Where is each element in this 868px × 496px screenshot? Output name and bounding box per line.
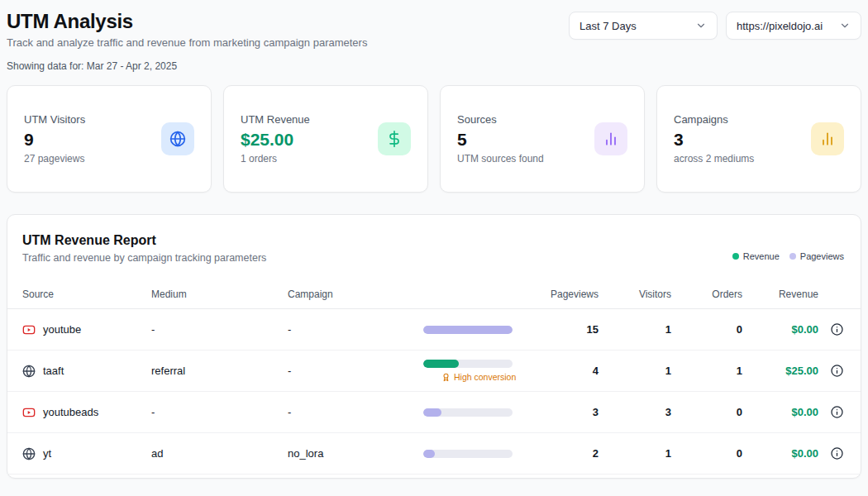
report-header: UTM Revenue Report Traffic and revenue b… [7, 215, 861, 275]
page-subtitle: Track and analyze traffic and revenue fr… [7, 36, 367, 49]
campaign-value: - [288, 365, 423, 377]
stat-sub: across 2 mediums [674, 153, 754, 165]
column-header: Revenue [742, 289, 818, 300]
stats-row: UTM Visitors 9 27 pageviews UTM Revenue … [7, 85, 861, 193]
info-icon[interactable] [830, 364, 844, 378]
globe-small-icon [22, 447, 36, 460]
pageviews-value: 3 [524, 406, 599, 418]
source-name: taaft [43, 365, 64, 377]
column-header: Source [22, 289, 151, 300]
report-subtitle: Traffic and revenue by campaign tracking… [22, 252, 266, 264]
badge-label: High conversion [454, 372, 516, 382]
pageviews-bar [423, 450, 513, 458]
stat-value: 5 [457, 130, 544, 150]
source-cell: youtubeads [22, 406, 151, 419]
legend-dot-icon [789, 253, 796, 260]
source-name: yt [43, 447, 51, 460]
pageviews-value: 4 [524, 365, 599, 377]
report-title: UTM Revenue Report [22, 233, 266, 248]
medium-value: ad [151, 447, 288, 460]
table-row: taaftreferral-High conversion411$25.00 [7, 351, 861, 392]
revenue-value: $25.00 [742, 365, 818, 377]
date-range-value: Last 7 Days [579, 20, 637, 32]
info-cell [818, 405, 844, 419]
high-conversion-badge: High conversion [441, 372, 513, 382]
bar-cell: High conversion [423, 360, 524, 382]
pageviews-bar [423, 326, 513, 334]
column-header: Visitors [599, 289, 671, 300]
bar-cell [423, 326, 524, 334]
visitors-value: 1 [599, 323, 671, 336]
stat-label: UTM Visitors [24, 113, 85, 126]
table-row: youtubeads--330$0.00 [7, 392, 861, 433]
source-cell: taaft [22, 365, 151, 378]
revenue-value: $0.00 [742, 406, 818, 418]
pageviews-bar [423, 408, 513, 417]
award-icon [441, 373, 451, 382]
stat-value: 3 [674, 130, 754, 150]
visitors-value: 3 [599, 406, 671, 418]
column-header: Campaign [288, 289, 423, 300]
dollar-icon [378, 122, 411, 155]
column-header: Pageviews [524, 289, 599, 300]
revenue-value: $0.00 [742, 447, 818, 460]
table-body: youtube--1510$0.00taaftreferral-High con… [7, 309, 861, 475]
medium-value: - [151, 406, 288, 418]
stat-sub: 27 pageviews [24, 153, 85, 165]
youtube-icon [22, 323, 36, 336]
page-title: UTM Analysis [7, 10, 367, 33]
legend-dot-icon [732, 253, 739, 260]
source-name: youtubeads [43, 406, 98, 418]
header-controls: Last 7 Days https://pixeldojo.ai [569, 10, 861, 40]
report-heading-group: UTM Revenue Report Traffic and revenue b… [22, 233, 266, 264]
stat-sub: 1 orders [241, 153, 310, 165]
orders-value: 0 [671, 323, 742, 336]
stat-card: UTM Revenue $25.00 1 orders [223, 85, 428, 193]
stat-label: UTM Revenue [241, 113, 310, 126]
info-icon[interactable] [830, 446, 844, 460]
visitors-value: 1 [599, 365, 671, 377]
youtube-icon [22, 406, 36, 419]
info-icon[interactable] [830, 322, 844, 336]
stat-label: Campaigns [674, 113, 754, 126]
campaign-value: - [288, 323, 423, 336]
stat-label: Sources [457, 113, 544, 126]
chart-icon [594, 122, 627, 155]
site-select[interactable]: https://pixeldojo.ai [726, 12, 861, 40]
info-cell [818, 446, 844, 460]
orders-value: 0 [671, 447, 742, 460]
source-name: youtube [43, 323, 81, 336]
utm-revenue-report-panel: UTM Revenue Report Traffic and revenue b… [7, 214, 861, 479]
source-cell: yt [22, 447, 151, 460]
legend-label: Revenue [743, 251, 780, 261]
campaign-value: - [288, 406, 423, 418]
bar-cell [423, 450, 524, 458]
site-value: https://pixeldojo.ai [737, 20, 823, 32]
globe-small-icon [22, 365, 36, 378]
info-icon[interactable] [830, 405, 844, 419]
visitors-value: 1 [599, 447, 671, 460]
medium-value: referral [151, 365, 288, 377]
table-header-row: SourceMediumCampaignPageviewsVisitorsOrd… [7, 275, 861, 309]
stat-value: 9 [24, 130, 85, 150]
date-range-label: Showing data for: Mar 27 - Apr 2, 2025 [7, 60, 861, 72]
pageviews-value: 2 [524, 447, 599, 460]
column-header: Orders [671, 289, 742, 300]
pageviews-value: 15 [524, 323, 599, 336]
source-cell: youtube [22, 323, 151, 336]
chevron-down-icon [695, 20, 707, 31]
date-range-select[interactable]: Last 7 Days [569, 12, 718, 40]
campaign-value: no_lora [288, 447, 423, 460]
legend-label: Pageviews [800, 251, 844, 261]
column-header: Medium [151, 289, 288, 300]
bar-cell [423, 408, 524, 417]
orders-value: 0 [671, 406, 742, 418]
utm-analysis-page: UTM Analysis Track and analyze traffic a… [0, 0, 868, 485]
page-heading-group: UTM Analysis Track and analyze traffic a… [7, 10, 367, 49]
stat-value: $25.00 [241, 130, 310, 150]
revenue-value: $0.00 [742, 323, 818, 336]
table-row: ytadno_lora210$0.00 [7, 433, 861, 475]
page-header: UTM Analysis Track and analyze traffic a… [7, 7, 861, 49]
info-cell [818, 322, 844, 336]
stat-sub: UTM sources found [457, 153, 544, 165]
